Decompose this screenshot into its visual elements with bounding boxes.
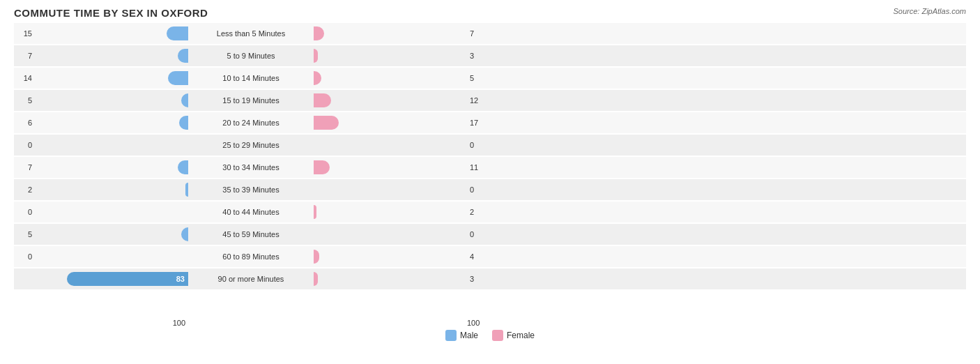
right-value: 3	[467, 275, 488, 283]
table-row: 7 5 to 9 Minutes 3	[14, 45, 966, 66]
axis-right-label: 100	[467, 319, 480, 327]
row-label: 10 to 14 Minutes	[188, 74, 314, 82]
table-row: 6 20 to 24 Minutes 17	[14, 112, 966, 133]
legend-female: Female	[492, 330, 535, 341]
right-value: 5	[467, 74, 488, 82]
row-label: 60 to 89 Minutes	[188, 252, 314, 261]
left-value: 7	[14, 163, 35, 172]
table-row: 2 35 to 39 Minutes 0	[14, 179, 966, 200]
row-label: 25 to 29 Minutes	[188, 141, 314, 149]
chart-title: COMMUTE TIME BY SEX IN OXFORD	[14, 7, 966, 19]
legend: Male Female	[14, 330, 966, 341]
left-value: 6	[14, 119, 35, 127]
legend-male-icon	[445, 330, 457, 341]
right-value: 3	[467, 52, 488, 60]
row-label: 35 to 39 Minutes	[188, 185, 314, 194]
table-row: 7 30 to 34 Minutes 11	[14, 157, 966, 178]
left-value: 5	[14, 230, 35, 238]
right-value: 11	[467, 163, 488, 172]
left-value: 0	[14, 141, 35, 149]
legend-male: Male	[445, 330, 478, 341]
row-label: 20 to 24 Minutes	[188, 119, 314, 127]
right-value: 0	[467, 185, 488, 194]
table-row: 0 40 to 44 Minutes 2	[14, 202, 966, 222]
right-value: 7	[467, 29, 488, 38]
row-label: Less than 5 Minutes	[188, 29, 314, 38]
table-row: 0 60 to 89 Minutes 4	[14, 246, 966, 267]
left-value: 7	[14, 52, 35, 60]
row-label: 5 to 9 Minutes	[188, 52, 314, 60]
left-value: 5	[14, 96, 35, 105]
right-value: 0	[467, 141, 488, 149]
table-row: 83 90 or more Minutes 3	[14, 268, 966, 289]
source-label: Source: ZipAtlas.com	[893, 7, 966, 15]
table-row: 14 10 to 14 Minutes 5	[14, 68, 966, 89]
axis-left-label: 100	[14, 319, 188, 327]
row-label: 40 to 44 Minutes	[188, 208, 314, 216]
right-value: 12	[467, 96, 488, 105]
left-value: 15	[14, 29, 35, 38]
right-value: 2	[467, 208, 488, 216]
chart-container: COMMUTE TIME BY SEX IN OXFORD Source: Zi…	[0, 0, 980, 364]
left-value: 0	[14, 252, 35, 261]
right-value: 17	[467, 119, 488, 127]
axis-row: 100 100	[14, 319, 966, 327]
legend-female-icon	[492, 330, 503, 341]
table-row: 5 15 to 19 Minutes 12	[14, 90, 966, 111]
left-value: 0	[14, 208, 35, 216]
right-value: 0	[467, 230, 488, 238]
table-row: 0 25 to 29 Minutes 0	[14, 135, 966, 156]
chart-area: 15 Less than 5 Minutes 7 7 5 to 9 Minute…	[14, 23, 966, 316]
legend-male-label: Male	[460, 331, 478, 340]
legend-female-label: Female	[507, 331, 535, 340]
table-row: 5 45 to 59 Minutes 0	[14, 224, 966, 245]
table-row: 15 Less than 5 Minutes 7	[14, 23, 966, 44]
row-label: 15 to 19 Minutes	[188, 96, 314, 105]
row-label: 90 or more Minutes	[188, 275, 314, 283]
left-value: 14	[14, 74, 35, 82]
right-value: 4	[467, 252, 488, 261]
row-label: 45 to 59 Minutes	[188, 230, 314, 238]
left-value: 2	[14, 185, 35, 194]
row-label: 30 to 34 Minutes	[188, 163, 314, 172]
